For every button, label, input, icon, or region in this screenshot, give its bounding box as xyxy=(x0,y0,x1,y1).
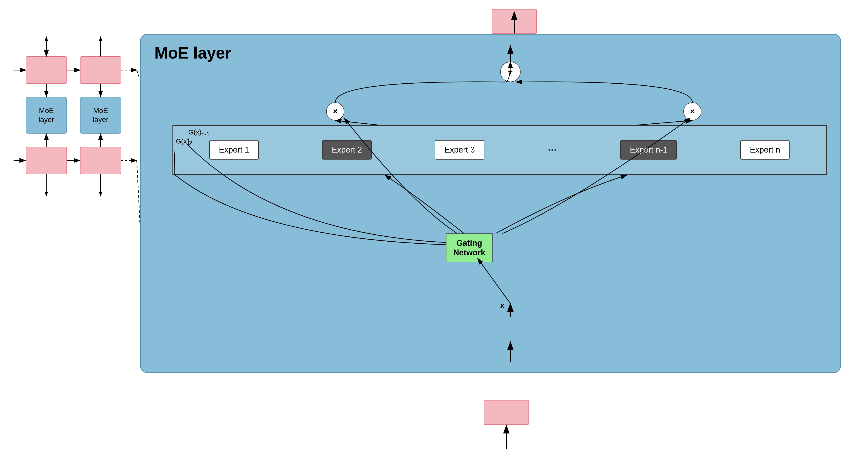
svg-marker-31 xyxy=(99,192,102,196)
svg-rect-15 xyxy=(80,97,121,133)
gx2-label: G(x)2 xyxy=(176,137,192,147)
expert-n1-box: Expert n-1 xyxy=(620,140,677,159)
multiply-circle-left: × xyxy=(326,102,344,120)
svg-line-38 xyxy=(638,120,692,125)
svg-rect-12 xyxy=(26,97,67,133)
svg-rect-22 xyxy=(80,147,121,174)
dots-separator: ··· xyxy=(548,144,557,156)
expert-3-box: Expert 3 xyxy=(435,140,484,159)
expert-1-box: Expert 1 xyxy=(209,140,258,159)
expert-2-box: Expert 2 xyxy=(322,140,371,159)
moe-internal-arrows xyxy=(141,35,840,372)
svg-marker-9 xyxy=(45,36,48,41)
diagram-container: MoE layer MoE layer xyxy=(0,0,868,459)
svg-rect-5 xyxy=(80,57,121,84)
experts-container: Expert 1 Expert 2 Expert 3 ··· Expert n-… xyxy=(173,125,827,175)
bottom-multiply-label: x xyxy=(500,301,504,310)
left-grid-svg: MoE layer MoE layer xyxy=(13,34,140,260)
output-pink-box xyxy=(492,9,537,34)
svg-text:MoE: MoE xyxy=(39,106,54,115)
expert-n-box: Expert n xyxy=(740,140,789,159)
moe-layer-container: MoE layer Expert 1 Expert 2 Expert 3 ···… xyxy=(140,34,841,373)
svg-marker-29 xyxy=(45,192,48,196)
svg-text:layer: layer xyxy=(38,116,54,124)
svg-marker-11 xyxy=(99,36,102,41)
gating-network-box: GatingNetwork xyxy=(446,234,493,263)
svg-line-40 xyxy=(477,258,510,304)
plus-circle: + xyxy=(500,62,521,82)
svg-line-37 xyxy=(335,120,378,125)
input-pink-box xyxy=(484,400,529,425)
gating-network-label: GatingNetwork xyxy=(453,238,485,257)
svg-text:MoE: MoE xyxy=(93,106,108,115)
moe-layer-title: MoE layer xyxy=(154,43,231,62)
multiply-circle-right: × xyxy=(683,102,702,120)
svg-text:layer: layer xyxy=(93,116,108,124)
svg-rect-3 xyxy=(26,57,67,84)
svg-rect-21 xyxy=(26,147,67,174)
gxn1-label: G(x)n-1 xyxy=(188,128,210,137)
